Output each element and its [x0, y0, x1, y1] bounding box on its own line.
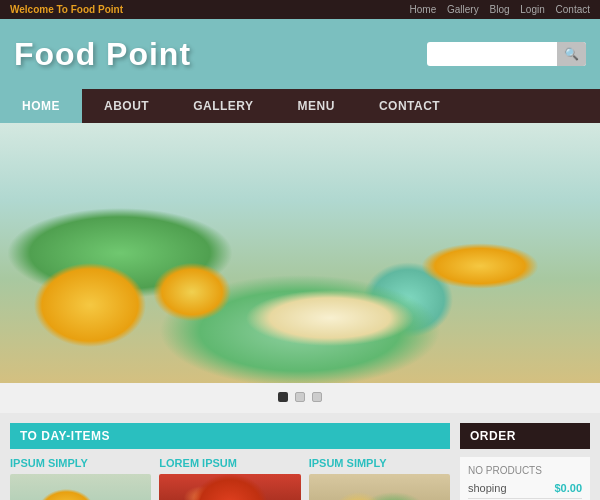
item-card-2: LOREM IPSUM — [159, 457, 300, 500]
brand-name: Food Point — [71, 4, 123, 15]
item-card-3: IPSUM SIMPLY — [309, 457, 450, 500]
carousel-dots — [0, 383, 600, 413]
item-image-2[interactable] — [159, 474, 300, 500]
welcome-text: Welcome To Food Point — [10, 4, 123, 15]
item-title-3: IPSUM SIMPLY — [309, 457, 450, 469]
order-body: NO PRODUCTS shoping $0.00 Total $0.00 — [460, 457, 590, 500]
today-items-section: TO DAY-ITEMS IPSUM SIMPLY LOREM IPSUM IP… — [10, 423, 450, 500]
shopping-value: $0.00 — [554, 482, 582, 494]
carousel-dot-2[interactable] — [295, 392, 305, 402]
header: Food Point 🔍 — [0, 19, 600, 89]
item-title-2: LOREM IPSUM — [159, 457, 300, 469]
order-section: ORDER NO PRODUCTS shoping $0.00 Total $0… — [460, 423, 590, 500]
top-link-contact[interactable]: Contact — [556, 4, 590, 15]
nav-item-menu[interactable]: MENU — [276, 89, 357, 123]
item-card-1: IPSUM SIMPLY — [10, 457, 151, 500]
nav-item-home[interactable]: HOME — [0, 89, 82, 123]
nav-item-about[interactable]: ABOUT — [82, 89, 171, 123]
search-box: 🔍 — [427, 42, 586, 66]
top-bar: Welcome To Food Point Home Gallery Blog … — [0, 0, 600, 19]
content-area: TO DAY-ITEMS IPSUM SIMPLY LOREM IPSUM IP… — [0, 413, 600, 500]
hero-image — [0, 123, 600, 383]
search-button[interactable]: 🔍 — [557, 42, 586, 66]
top-link-blog[interactable]: Blog — [489, 4, 509, 15]
top-link-home[interactable]: Home — [410, 4, 437, 15]
order-divider — [468, 498, 582, 499]
carousel-dot-3[interactable] — [312, 392, 322, 402]
nav-item-gallery[interactable]: GALLERY — [171, 89, 275, 123]
nav-item-contact[interactable]: CONTACT — [357, 89, 462, 123]
no-products-label: NO PRODUCTS — [468, 465, 582, 476]
items-grid: IPSUM SIMPLY LOREM IPSUM IPSUM SIMPLY — [10, 457, 450, 500]
item-image-1[interactable] — [10, 474, 151, 500]
top-link-login[interactable]: Login — [520, 4, 544, 15]
shopping-label: shoping — [468, 482, 507, 494]
main-nav: HOME ABOUT GALLERY MENU CONTACT — [0, 89, 600, 123]
order-header: ORDER — [460, 423, 590, 449]
order-shopping-row: shoping $0.00 — [468, 482, 582, 494]
item-image-3[interactable] — [309, 474, 450, 500]
logo: Food Point — [14, 36, 191, 73]
today-items-header: TO DAY-ITEMS — [10, 423, 450, 449]
item-title-1: IPSUM SIMPLY — [10, 457, 151, 469]
carousel-dot-1[interactable] — [278, 392, 288, 402]
hero-banner — [0, 123, 600, 383]
top-links: Home Gallery Blog Login Contact — [402, 4, 590, 15]
top-link-gallery[interactable]: Gallery — [447, 4, 479, 15]
search-input[interactable] — [427, 48, 557, 60]
